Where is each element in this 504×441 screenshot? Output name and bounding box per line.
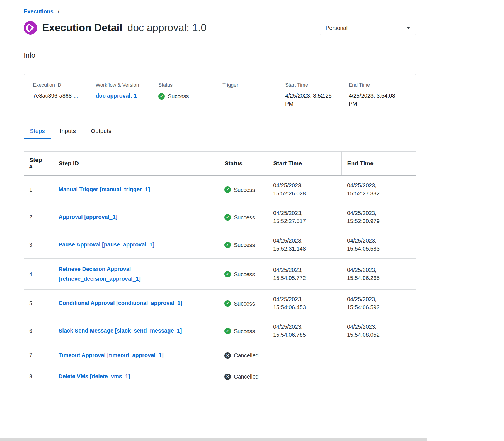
start-time-cell: 04/25/2023, 15:52:26.028 <box>268 176 341 203</box>
status-badge: Success <box>224 270 255 278</box>
step-id-link[interactable]: Timeout Approval [timeout_approval_1] <box>59 350 164 360</box>
step-id-link[interactable]: Slack Send Message [slack_send_message_1… <box>59 326 182 336</box>
status-badge: Success <box>224 186 255 194</box>
status-cell: Success <box>219 203 268 231</box>
end-time-cell: 04/25/2023, 15:54:05.583 <box>341 231 416 258</box>
tab-inputs[interactable]: Inputs <box>54 128 82 139</box>
status-label: Success <box>234 270 255 278</box>
step-id-cell: Retrieve Decision Approval [retrieve_dec… <box>53 258 219 289</box>
step-id-cell: Delete VMs [delete_vms_1] <box>53 366 219 387</box>
table-row: 7 Timeout Approval [timeout_approval_1] … <box>24 345 416 366</box>
step-id-link[interactable]: Approval [approval_1] <box>59 212 117 222</box>
status-icon <box>224 300 231 307</box>
table-row: 8 Delete VMs [delete_vms_1] Cancelled <box>24 366 416 387</box>
status-label: Success <box>168 92 189 100</box>
step-id-link[interactable]: Delete VMs [delete_vms_1] <box>59 372 130 381</box>
table-row: 4 Retrieve Decision Approval [retrieve_d… <box>24 258 416 289</box>
step-number-cell: 5 <box>24 289 53 317</box>
start-time-cell <box>268 345 341 366</box>
step-id-cell: Conditional Approval [conditional_approv… <box>53 289 219 317</box>
status-icon <box>224 352 231 359</box>
table-row: 3 Pause Approval [pause_approval_1] Succ… <box>24 231 416 258</box>
step-id-link[interactable]: Retrieve Decision Approval [retrieve_dec… <box>59 264 213 284</box>
status-label: Success <box>234 214 255 221</box>
info-field-label: Status <box>158 82 222 88</box>
step-id-link[interactable]: Pause Approval [pause_approval_1] <box>59 240 154 249</box>
status-icon <box>224 186 231 193</box>
status-cell: Success <box>219 176 268 203</box>
step-number-cell: 1 <box>24 176 53 203</box>
start-time-cell: 04/25/2023, 15:54:06.785 <box>268 317 341 345</box>
workspace-dropdown[interactable]: Personal <box>320 21 416 35</box>
info-card: Execution ID 7e8ac396-a868-... Workflow … <box>24 74 416 115</box>
table-row: 5 Conditional Approval [conditional_appr… <box>24 289 416 317</box>
status-badge: Success <box>224 214 255 221</box>
step-number-cell: 6 <box>24 317 53 345</box>
step-number-cell: 8 <box>24 366 53 387</box>
info-field-trigger: Trigger <box>222 82 285 115</box>
workflow-brand-icon <box>24 21 37 35</box>
info-field-start-time: Start Time 4/25/2023, 3:52:25 PM <box>285 82 349 115</box>
info-field-label: End Time <box>349 82 416 88</box>
status-icon <box>224 214 231 220</box>
info-field-label: Execution ID <box>33 82 96 88</box>
info-field-label: Workflow & Version <box>96 82 158 88</box>
status-cell: Cancelled <box>219 366 268 387</box>
step-id-link[interactable]: Manual Trigger [manual_trigger_1] <box>59 185 150 194</box>
table-row: 6 Slack Send Message [slack_send_message… <box>24 317 416 345</box>
status-success-icon <box>158 93 165 100</box>
status-cell: Cancelled <box>219 345 268 366</box>
status-cell: Success <box>219 258 268 289</box>
info-field-label: Trigger <box>222 82 285 88</box>
status-label: Success <box>234 186 255 194</box>
status-icon <box>224 328 231 334</box>
page-title: Execution Detail <box>42 22 122 34</box>
status-label: Success <box>234 327 255 335</box>
status-badge: Success <box>224 327 255 335</box>
info-field-status: Status Success <box>158 82 222 115</box>
status-icon <box>224 271 231 277</box>
status-cell: Success <box>219 231 268 258</box>
column-header-start-time: Start Time <box>268 152 341 176</box>
breadcrumb-executions-link[interactable]: Executions <box>24 8 54 14</box>
start-time-cell: 04/25/2023, 15:52:31.148 <box>268 231 341 258</box>
info-heading-divider <box>24 66 416 66</box>
status-badge: Cancelled <box>224 352 259 359</box>
breadcrumb: Executions / <box>24 8 416 15</box>
detail-tabs: Steps Inputs Outputs <box>24 128 416 139</box>
status-label: Cancelled <box>234 352 259 359</box>
workflow-version-link[interactable]: doc approval: 1 <box>96 93 137 99</box>
info-section-heading: Info <box>24 51 416 59</box>
status-badge: Success <box>224 300 255 307</box>
step-number-cell: 2 <box>24 203 53 231</box>
end-time-cell: 04/25/2023, 15:52:27.332 <box>341 176 416 203</box>
column-header-step-num: Step # <box>24 152 53 176</box>
page-subtitle: doc approval: 1.0 <box>127 22 207 34</box>
page-header: Execution Detail doc approval: 1.0 Perso… <box>24 21 416 35</box>
tab-outputs[interactable]: Outputs <box>85 128 118 139</box>
start-time-cell: 04/25/2023, 15:54:05.772 <box>268 258 341 289</box>
info-field-workflow-version: Workflow & Version doc approval: 1 <box>96 82 158 115</box>
step-number-cell: 3 <box>24 231 53 258</box>
tab-steps[interactable]: Steps <box>24 128 51 139</box>
horizontal-scrollbar[interactable] <box>0 438 427 441</box>
step-id-cell: Slack Send Message [slack_send_message_1… <box>53 317 219 345</box>
table-header-row: Step # Step ID Status Start Time End Tim… <box>24 152 416 176</box>
end-time-cell: 04/25/2023, 15:52:30.979 <box>341 203 416 231</box>
status-badge: Success <box>158 92 189 100</box>
end-time-cell: 04/25/2023, 15:54:06.592 <box>341 289 416 317</box>
column-header-status: Status <box>219 152 268 176</box>
status-label: Cancelled <box>234 373 259 381</box>
steps-table: Step # Step ID Status Start Time End Tim… <box>24 151 416 387</box>
status-label: Success <box>234 300 255 307</box>
start-time-cell: 04/25/2023, 15:52:27.517 <box>268 203 341 231</box>
start-time-value: 4/25/2023, 3:52:25 PM <box>285 92 339 108</box>
status-icon <box>224 374 231 380</box>
end-time-value: 4/25/2023, 3:54:08 PM <box>349 92 402 108</box>
step-id-link[interactable]: Conditional Approval [conditional_approv… <box>59 298 182 308</box>
step-id-cell: Timeout Approval [timeout_approval_1] <box>53 345 219 366</box>
info-field-label: Start Time <box>285 82 349 88</box>
status-icon <box>224 242 231 248</box>
end-time-cell: 04/25/2023, 15:54:06.265 <box>341 258 416 289</box>
status-label: Success <box>234 241 255 249</box>
